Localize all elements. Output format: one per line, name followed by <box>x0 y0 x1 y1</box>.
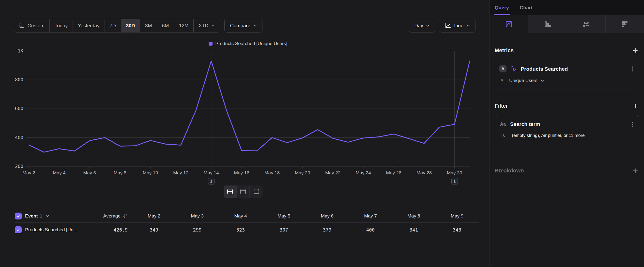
annotation-badge[interactable]: 1 <box>452 178 458 184</box>
tab-segmentation-chart[interactable] <box>490 15 528 33</box>
svg-text:1K: 1K <box>18 48 23 54</box>
svg-text:May 6: May 6 <box>83 170 96 175</box>
svg-text:200: 200 <box>15 164 23 169</box>
retention-dots-icon <box>621 21 628 28</box>
sort-descending-icon <box>123 213 128 218</box>
date-column-header[interactable]: May 6 <box>306 213 349 219</box>
chart-only-view-button[interactable] <box>237 185 250 198</box>
bar-chart-icon <box>544 21 551 28</box>
breakdown-title: Breakdown <box>495 167 524 174</box>
filter-card[interactable]: Aa Search term Is (empty string), Air pu… <box>495 115 639 144</box>
analytics-app: CustomTodayYesterday7D30D3M6M12MXTD Comp… <box>0 0 644 267</box>
property-type-badge: Aa <box>499 122 506 127</box>
event-click-icon <box>510 66 517 72</box>
annotation-badge[interactable]: 1 <box>208 178 214 184</box>
svg-text:May 28: May 28 <box>416 170 432 175</box>
query-panel-body: Metrics A Products Searched # <box>490 47 644 174</box>
check-icon <box>16 228 20 232</box>
funnel-flow-icon <box>582 21 590 28</box>
average-header-cell[interactable]: Average <box>98 210 132 222</box>
line-chart: 1K800600400200May 2May 4May 6May 8May 10… <box>0 0 490 187</box>
svg-text:May 26: May 26 <box>386 170 401 175</box>
value-cell: 307 <box>262 227 306 232</box>
average-value-cell: 426.9 <box>98 223 132 237</box>
filter-condition-row[interactable]: Is (empty string), Air purifier, or 11 m… <box>499 133 634 138</box>
event-count: 1 <box>40 213 42 219</box>
value-cell: 299 <box>176 227 219 232</box>
add-breakdown-button[interactable] <box>632 167 639 174</box>
check-icon <box>16 214 20 218</box>
metric-card[interactable]: A Products Searched # Unique Users <box>495 60 639 89</box>
event-header-cell[interactable]: Event 1 <box>15 212 98 219</box>
svg-text:May 10: May 10 <box>143 170 158 175</box>
chevron-down-icon[interactable] <box>46 215 49 217</box>
svg-text:May 20: May 20 <box>295 170 310 175</box>
filter-card-header: Aa Search term <box>499 121 634 128</box>
hash-icon: # <box>500 78 506 83</box>
add-filter-button[interactable] <box>632 102 639 110</box>
metrics-section-header: Metrics <box>495 47 639 54</box>
svg-text:May 30: May 30 <box>447 170 462 175</box>
breakdown-section-header: Breakdown <box>495 167 639 174</box>
tab-bar-chart[interactable] <box>528 15 567 33</box>
svg-text:May 4: May 4 <box>53 170 66 175</box>
metric-measure-row[interactable]: # Unique Users <box>499 78 634 83</box>
add-metric-button[interactable] <box>632 47 639 54</box>
metric-options-kebab[interactable] <box>630 66 634 72</box>
measure-label: Unique Users <box>509 78 538 83</box>
date-column-header[interactable]: May 4 <box>219 213 262 219</box>
active-tab-underline <box>494 14 510 15</box>
filter-property-name: Search term <box>510 121 627 127</box>
series-checkbox[interactable] <box>15 226 22 233</box>
date-column-header[interactable]: May 8 <box>392 213 436 219</box>
svg-text:May 8: May 8 <box>114 170 126 175</box>
metric-event-name: Products Searched <box>521 66 627 72</box>
svg-text:May 18: May 18 <box>264 170 280 175</box>
date-column-header[interactable]: May 7 <box>349 213 392 219</box>
svg-text:May 16: May 16 <box>234 170 249 175</box>
svg-text:400: 400 <box>15 135 23 140</box>
table-data-row: Products Searched [Un... 426.9 349299323… <box>15 223 479 237</box>
chart-type-tabs <box>490 15 644 33</box>
metric-card-header: A Products Searched <box>499 65 634 72</box>
tab-chart[interactable]: Chart <box>520 5 532 11</box>
chart-workspace: CustomTodayYesterday7D30D3M6M12MXTD Comp… <box>0 0 490 267</box>
table-header-row: Event 1 Average May 2May 3May 4May 5May … <box>15 210 479 223</box>
date-column-header[interactable]: May 5 <box>262 213 306 219</box>
average-header-label: Average <box>103 213 120 219</box>
svg-text:May 12: May 12 <box>173 170 188 175</box>
value-cell: 343 <box>436 227 479 232</box>
query-panel: Query Chart <box>490 0 644 267</box>
panel-tabs: Query Chart <box>490 0 644 15</box>
tab-funnel-flow[interactable] <box>567 15 606 33</box>
table-only-view-button[interactable] <box>250 185 263 198</box>
svg-text:May 24: May 24 <box>356 170 371 175</box>
chevron-down-icon <box>541 80 544 82</box>
svg-text:May 22: May 22 <box>325 170 340 175</box>
filter-title: Filter <box>495 103 508 109</box>
series-row-cell[interactable]: Products Searched [Un... <box>15 226 98 233</box>
value-cell: 400 <box>349 227 392 232</box>
date-column-header[interactable]: May 3 <box>176 213 219 219</box>
filter-value: (empty string), Air purifier, or 11 more <box>512 133 585 138</box>
split-view-button[interactable] <box>224 185 237 198</box>
value-cell: 323 <box>219 227 262 232</box>
filter-options-kebab[interactable] <box>630 121 634 128</box>
svg-text:May 14: May 14 <box>204 170 219 175</box>
layout-toggle <box>224 185 263 198</box>
value-cell: 341 <box>392 227 436 232</box>
svg-text:600: 600 <box>15 106 23 111</box>
date-column-header[interactable]: May 9 <box>436 213 479 219</box>
value-cell: 379 <box>306 227 349 232</box>
select-all-checkbox[interactable] <box>15 212 22 219</box>
results-table: Event 1 Average May 2May 3May 4May 5May … <box>15 210 479 237</box>
filter-section-header: Filter <box>495 102 639 110</box>
segmentation-chart-icon <box>505 21 513 28</box>
tab-retention-dots[interactable] <box>606 15 644 33</box>
svg-text:800: 800 <box>15 77 23 82</box>
filter-operator: Is <box>501 133 509 138</box>
event-header-label: Event <box>25 213 38 219</box>
date-column-header[interactable]: May 2 <box>132 213 176 219</box>
svg-text:May 2: May 2 <box>22 170 35 175</box>
tab-query[interactable]: Query <box>495 5 509 11</box>
